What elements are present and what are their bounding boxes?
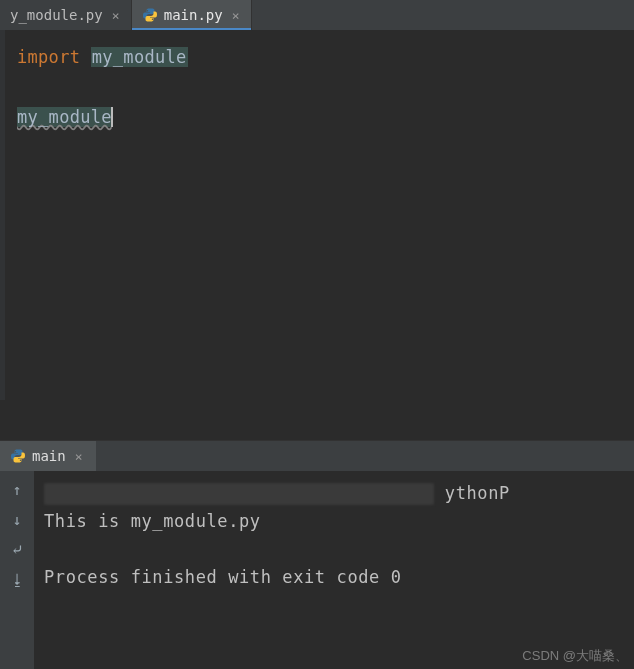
path-tail: ythonP [445,483,510,503]
code-editor[interactable]: import my_module my_module [0,30,634,400]
run-body: ↑ ↓ ⤶ ⭳ ythonP This is my_module.py Proc… [0,471,634,669]
run-tab-label: main [32,448,66,464]
run-tool-window: main × ↑ ↓ ⤶ ⭳ ythonP This is my_module.… [0,440,634,669]
scroll-down-icon[interactable]: ↓ [6,509,28,531]
redacted-path [44,483,434,505]
stdout-line: This is my_module.py [44,511,261,531]
keyword-import: import [17,47,80,67]
close-icon[interactable]: × [72,449,86,463]
close-icon[interactable]: × [229,8,243,22]
close-icon[interactable]: × [109,8,123,22]
export-icon[interactable]: ⭳ [6,569,28,591]
panel-gap [0,400,634,440]
run-tab-main[interactable]: main × [0,441,96,471]
statement-my-module: my_module [17,107,112,127]
editor-area: y_module.py × main.py × import my_module… [0,0,634,400]
text-caret [111,107,113,127]
space [80,47,91,67]
tab-label: main.py [164,7,223,23]
scroll-up-icon[interactable]: ↑ [6,479,28,501]
editor-tab-strip: y_module.py × main.py × [0,0,634,30]
run-toolbar: ↑ ↓ ⤶ ⭳ [0,471,34,669]
console-output[interactable]: ythonP This is my_module.py Process fini… [34,471,634,669]
soft-wrap-icon[interactable]: ⤶ [6,539,28,561]
tab-label: y_module.py [10,7,103,23]
code-content: import my_module my_module [17,42,188,400]
module-name: my_module [91,47,188,67]
python-file-icon [142,7,158,23]
python-file-icon [10,448,26,464]
editor-tab-my-module[interactable]: y_module.py × [0,0,132,30]
run-tab-strip: main × [0,441,634,471]
editor-tab-main[interactable]: main.py × [132,0,252,30]
exit-line: Process finished with exit code 0 [44,567,402,587]
